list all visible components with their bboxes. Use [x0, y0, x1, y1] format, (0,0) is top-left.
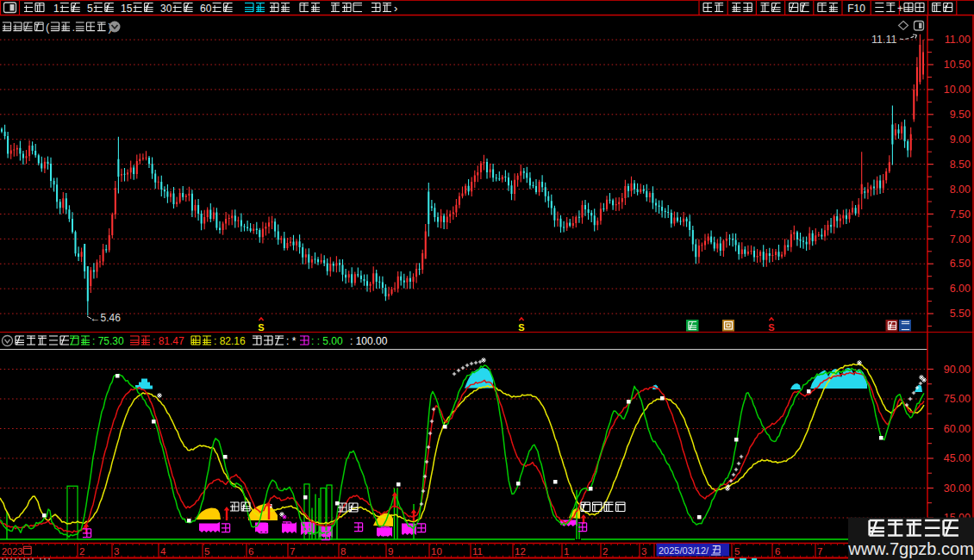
svg-text:: 82.16: : 82.16 — [214, 335, 246, 347]
svg-text:+: + — [897, 3, 903, 15]
svg-text:15: 15 — [121, 3, 133, 15]
svg-text:5: 5 — [734, 546, 740, 557]
svg-text:11: 11 — [472, 546, 483, 557]
svg-text:: 81.47: : 81.47 — [153, 335, 184, 347]
svg-text:8.00: 8.00 — [950, 184, 971, 196]
svg-text:1: 1 — [53, 3, 59, 15]
svg-text:.: . — [72, 21, 76, 34]
svg-text:www.7gpzb.com: www.7gpzb.com — [847, 539, 974, 558]
svg-text:30.00: 30.00 — [944, 482, 971, 495]
svg-text:S: S — [518, 322, 524, 333]
svg-text:S: S — [768, 322, 774, 333]
svg-text:11.11: 11.11 — [871, 34, 896, 46]
svg-text:5: 5 — [87, 3, 93, 15]
svg-text:1: 1 — [564, 546, 569, 557]
svg-text:7: 7 — [817, 546, 822, 557]
svg-text:: *: : * — [286, 335, 297, 347]
svg-text:8: 8 — [340, 546, 346, 557]
svg-text:2: 2 — [603, 546, 608, 557]
svg-text:7: 7 — [290, 546, 295, 557]
svg-text:6: 6 — [775, 546, 780, 557]
svg-text:←5.46: ←5.46 — [91, 312, 122, 324]
svg-text:9: 9 — [388, 546, 393, 557]
svg-text:7.50: 7.50 — [950, 208, 971, 221]
svg-text:6.50: 6.50 — [950, 258, 971, 270]
svg-text:10.50: 10.50 — [944, 59, 971, 71]
svg-text:›: › — [394, 2, 397, 15]
svg-text:9.00: 9.00 — [950, 134, 971, 146]
svg-text:6.00: 6.00 — [950, 283, 971, 295]
svg-text:2023: 2023 — [2, 546, 22, 557]
svg-text:2025/03/12/: 2025/03/12/ — [659, 545, 709, 556]
svg-text:90.00: 90.00 — [944, 364, 971, 376]
svg-text:(: ( — [46, 21, 50, 34]
svg-text:7.00: 7.00 — [950, 233, 971, 246]
svg-text:4: 4 — [160, 546, 166, 557]
svg-text:10: 10 — [431, 546, 442, 557]
svg-text:10.00: 10.00 — [944, 84, 971, 96]
svg-text:S: S — [258, 322, 264, 333]
svg-text:: 100.00: : 100.00 — [350, 335, 388, 347]
svg-text:8.50: 8.50 — [950, 159, 971, 171]
svg-text:9.50: 9.50 — [950, 109, 971, 121]
svg-text:75.00: 75.00 — [944, 393, 971, 405]
svg-text:30: 30 — [160, 3, 172, 15]
svg-text:F10: F10 — [847, 3, 865, 15]
svg-text:12: 12 — [515, 546, 526, 557]
svg-text:45.00: 45.00 — [944, 452, 971, 464]
svg-text:11.00: 11.00 — [945, 34, 971, 46]
svg-text:6: 6 — [248, 546, 253, 557]
svg-text:60.00: 60.00 — [944, 423, 971, 435]
svg-text:60: 60 — [200, 3, 212, 15]
svg-text:3: 3 — [641, 546, 646, 557]
svg-text:: 75.30: : 75.30 — [92, 335, 124, 347]
svg-text:: : 5.00: : : 5.00 — [311, 335, 343, 347]
svg-text:2: 2 — [79, 546, 84, 557]
svg-text:5.50: 5.50 — [950, 308, 971, 320]
svg-text:3: 3 — [114, 546, 119, 557]
svg-text:5: 5 — [204, 546, 209, 557]
